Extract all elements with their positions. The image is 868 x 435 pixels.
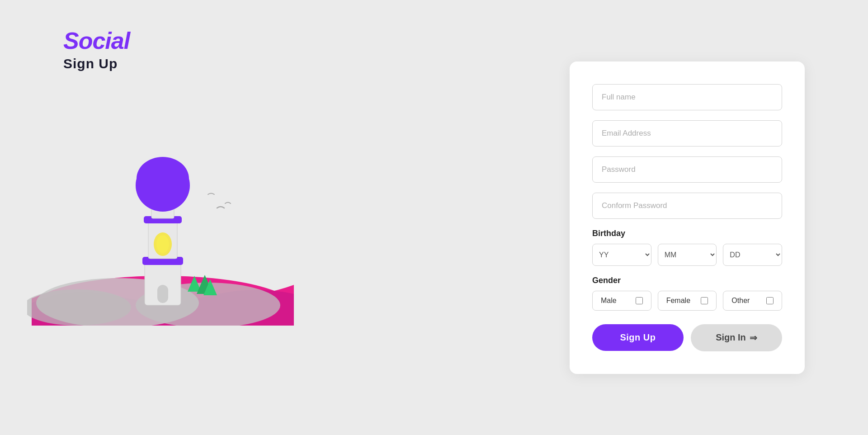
gender-row: Male Female Other xyxy=(592,291,782,311)
gender-other-option[interactable]: Other xyxy=(723,291,782,311)
gender-female-label: Female xyxy=(666,297,690,305)
birthday-group: Birthday YY MM DD xyxy=(592,229,782,266)
signin-label: Sign In xyxy=(716,332,746,343)
fullname-group xyxy=(592,84,782,110)
svg-point-12 xyxy=(156,235,169,253)
gender-label: Gender xyxy=(592,276,782,285)
birthday-label: Birthday xyxy=(592,229,782,238)
signup-card: Birthday YY MM DD Gender Male xyxy=(570,61,805,374)
gender-group: Gender Male Female Other xyxy=(592,276,782,311)
gender-male-checkbox[interactable] xyxy=(636,297,643,304)
action-row: Sign Up Sign In ⇒ xyxy=(592,324,782,351)
confirm-password-group xyxy=(592,193,782,219)
svg-point-3 xyxy=(27,289,131,326)
brand-subtitle: Sign Up xyxy=(63,56,118,71)
gender-other-checkbox[interactable] xyxy=(766,297,774,304)
gender-female-checkbox[interactable] xyxy=(701,297,708,304)
email-group xyxy=(592,120,782,147)
brand-title: Social xyxy=(63,27,130,54)
birthday-day-select[interactable]: DD xyxy=(723,244,782,266)
password-input[interactable] xyxy=(592,156,782,183)
password-group xyxy=(592,156,782,183)
gender-female-option[interactable]: Female xyxy=(658,291,717,311)
right-panel: Birthday YY MM DD Gender Male xyxy=(561,61,814,374)
left-panel: Social Sign Up xyxy=(0,0,561,435)
svg-point-16 xyxy=(137,157,189,200)
gender-other-label: Other xyxy=(731,297,750,305)
signin-arrow-icon: ⇒ xyxy=(750,332,757,343)
fullname-input[interactable] xyxy=(592,84,782,110)
gender-male-label: Male xyxy=(601,297,617,305)
birthday-row: YY MM DD xyxy=(592,244,782,266)
signup-button[interactable]: Sign Up xyxy=(592,324,684,351)
svg-rect-8 xyxy=(157,285,168,303)
illustration xyxy=(27,90,298,326)
gender-male-option[interactable]: Male xyxy=(592,291,651,311)
birthday-month-select[interactable]: MM xyxy=(658,244,717,266)
birthday-year-select[interactable]: YY xyxy=(592,244,651,266)
signin-button[interactable]: Sign In ⇒ xyxy=(691,324,782,351)
confirm-password-input[interactable] xyxy=(592,193,782,219)
email-input[interactable] xyxy=(592,120,782,147)
